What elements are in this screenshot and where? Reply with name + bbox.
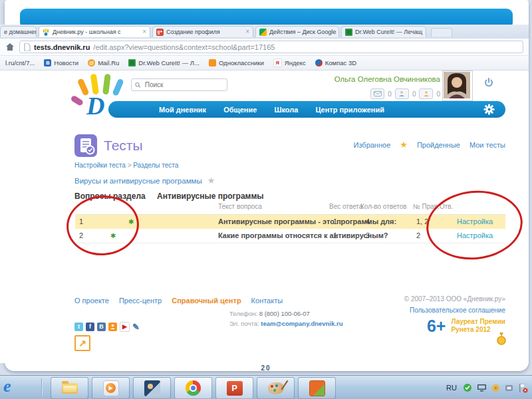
bookmark-item-ok[interactable]: Одноклассники (209, 59, 264, 66)
test-title-link[interactable]: Вирусы и антивирусные программы (74, 177, 202, 185)
browser-tab-homework[interactable]: е домашнего за × (0, 26, 37, 37)
antivirus-tray-icon[interactable] (463, 383, 472, 392)
user-agreement-link[interactable]: Пользовательское соглашение (404, 307, 505, 314)
bookmark-item-mailru[interactable]: @ Mail.Ru (88, 59, 119, 66)
question-number: 1 (79, 215, 83, 229)
new-tab-button[interactable] (431, 28, 452, 37)
nav-item-school[interactable]: Школа (274, 106, 298, 114)
section-name: Антивирусные программы (157, 192, 264, 201)
youtube-icon[interactable]: ▶ (120, 322, 130, 332)
network-tray-icon[interactable] (477, 384, 487, 392)
nav-item-communication[interactable]: Общение (223, 106, 257, 114)
internet-explorer-icon[interactable]: e (3, 376, 11, 396)
address-bar[interactable]: tests.dnevnik.ru/edit.aspx?view=question… (19, 41, 523, 53)
facebook-icon[interactable]: f (86, 323, 94, 331)
odnoklassniki-favicon (209, 59, 216, 66)
page-icon (24, 43, 31, 51)
contacts-link[interactable]: Контакты (251, 297, 283, 305)
answer-count: 3 (366, 229, 370, 243)
action-center-flag-icon[interactable] (518, 383, 528, 393)
browser-window: е домашнего за × Дневник.ру - школьная с… (0, 25, 529, 363)
dnevnik-logo[interactable]: D (70, 72, 134, 118)
odnoklassniki-icon[interactable] (108, 323, 117, 331)
favorites-link[interactable]: Избранное (354, 141, 391, 149)
settings-link[interactable]: Настройка (457, 215, 493, 229)
user-avatar[interactable] (442, 70, 473, 101)
tab-close-icon[interactable]: × (142, 29, 146, 35)
taskbar-office-button[interactable] (298, 377, 336, 399)
tab-close-icon[interactable]: × (425, 29, 426, 35)
correct-answers: 1, 2 (416, 215, 428, 229)
settings-gear-icon[interactable] (483, 104, 495, 115)
question-row-2: 2 ✱ Какие программы относятся к антивиру… (75, 229, 505, 243)
mailru-favicon: @ (88, 59, 95, 66)
taskbar-chrome-button[interactable] (174, 377, 212, 399)
folder-icon (62, 383, 78, 394)
tests-module-icon (74, 134, 97, 157)
settings-link[interactable]: Настройка (457, 229, 493, 243)
about-link[interactable]: О проекте (74, 297, 109, 305)
url-domain: tests.dnevnik.ru (34, 43, 90, 51)
help-center-link[interactable]: Справочный центр (172, 297, 241, 305)
passed-tests-link[interactable]: Пройденные (417, 141, 460, 149)
breadcrumb-test-settings[interactable]: Настройки теста (74, 162, 126, 169)
col-correct-answers: № Прав.Отв. (413, 203, 453, 210)
office-app-icon (309, 380, 325, 396)
email-link[interactable]: team@company.dnevnik.ru (261, 320, 342, 327)
user-name-link[interactable]: Ольга Олеговна Овчинникова (334, 75, 440, 83)
logout-power-icon[interactable] (483, 77, 494, 88)
contacts-icon[interactable] (395, 88, 409, 99)
taskbar-media-player-button[interactable]: ▶ (92, 377, 130, 399)
footer-links: О проекте Пресс-центр Справочный центр К… (74, 297, 283, 305)
browser-tab-dnevnik-active[interactable]: Дневник.ру - школьная с × (39, 26, 150, 37)
windows-taskbar: e ▶ P RU (0, 375, 532, 399)
search-input[interactable] (144, 80, 223, 89)
section-heading: Вопросы раздела Антивирусные программы (74, 192, 264, 201)
novosti-favicon: В (44, 59, 51, 66)
breadcrumb-test-sections[interactable]: Разделы теста (133, 162, 178, 169)
language-indicator[interactable]: RU (446, 384, 457, 392)
my-tests-link[interactable]: Мои тесты (469, 141, 505, 149)
requests-icon[interactable] (419, 88, 433, 99)
medal-icon (496, 332, 507, 346)
twitter-icon[interactable]: t (74, 323, 83, 331)
requests-count: 0 (436, 90, 440, 98)
bookmark-item-novosti[interactable]: В Новости (44, 59, 78, 66)
blog-pencil-icon[interactable]: ✎ (132, 323, 140, 331)
media-player-icon: ▶ (103, 380, 119, 396)
bookmark-item[interactable]: l.ru/cnt/7... (5, 59, 35, 66)
browser-tab-gdrive[interactable]: Действия – Диск Google × (255, 26, 339, 37)
nav-item-my-diary[interactable]: Мой дневник (159, 106, 206, 114)
table-header-row: Текст вопроса Вес ответа Кол-во ответов … (75, 203, 505, 215)
runet-award: Лауреат Премии Рунета 2012 (451, 318, 505, 334)
google-plus-favicon: g+ (156, 29, 164, 36)
taskbar-explorer-button[interactable] (51, 377, 88, 399)
favorites-star-icon[interactable]: ★ (400, 140, 408, 150)
bookmark-item-yandex[interactable]: Я Яндекс (273, 59, 306, 67)
col-answer-count: Кол-во ответов (360, 203, 407, 210)
export-arrow-icon[interactable]: ↗ (74, 335, 90, 351)
press-center-link[interactable]: Пресс-центр (119, 297, 162, 305)
test-star-icon[interactable]: ★ (207, 176, 215, 186)
browser-tab-gplus[interactable]: g+ Создание профиля × (152, 26, 253, 37)
taskbar-divider (41, 378, 42, 396)
questions-table: Текст вопроса Вес ответа Кол-во ответов … (75, 203, 505, 243)
device-tray-icon[interactable] (505, 384, 513, 392)
update-tray-icon[interactable] (491, 384, 500, 392)
breadcrumb: Настройки теста > Разделы теста (74, 162, 178, 169)
taskbar-paint-button[interactable] (257, 377, 295, 399)
messages-icon[interactable] (370, 88, 384, 99)
dnevnik-favicon (43, 29, 50, 36)
tab-close-icon[interactable]: × (245, 29, 249, 35)
browser-tab-drweb[interactable]: Dr.Web CureIt! — Лечащ × (341, 26, 426, 37)
google-drive-favicon (259, 29, 267, 36)
answer-weight: 1 (333, 215, 337, 229)
nav-item-app-center[interactable]: Центр приложений (315, 106, 384, 114)
home-button[interactable] (5, 43, 15, 51)
vk-icon[interactable]: В (97, 323, 106, 331)
bookmark-item-drweb[interactable]: Dr.Web CureIt! — Л... (128, 59, 200, 66)
question-text-link[interactable]: Какие программы относятся к антивирусным… (218, 229, 388, 243)
taskbar-kompas3d-button[interactable] (133, 377, 171, 399)
bookmark-item-kompas[interactable]: Компас 3D (315, 59, 356, 66)
taskbar-powerpoint-button[interactable]: P (215, 377, 253, 399)
